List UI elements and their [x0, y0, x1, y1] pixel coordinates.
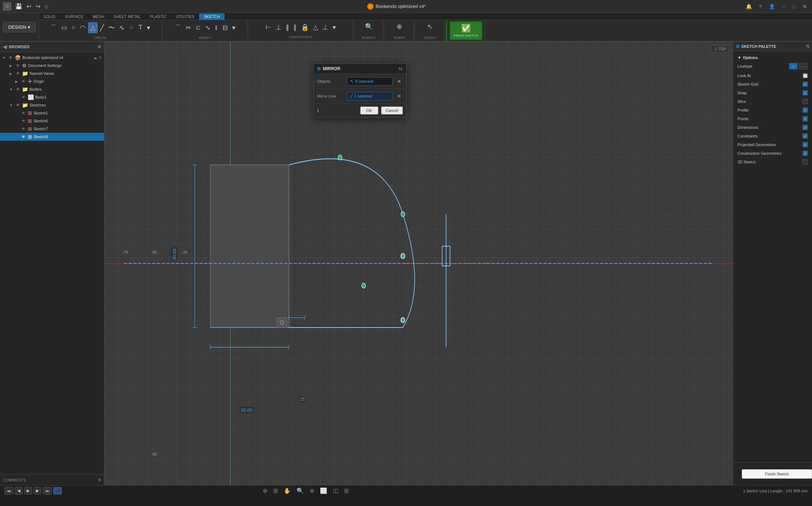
eye-sketch1[interactable]: 👁: [22, 111, 26, 115]
nav-animation-button[interactable]: ⬛: [53, 487, 62, 494]
finish-sketch-button[interactable]: ✅ FINISH SKETCH: [450, 22, 482, 40]
maximize-button[interactable]: □: [790, 3, 798, 10]
home-button[interactable]: ⌂: [43, 3, 50, 10]
inspect-button[interactable]: 🔍: [363, 22, 375, 32]
constraint-h-button[interactable]: ⊢: [264, 22, 273, 32]
modify-scale-button[interactable]: ⊟: [221, 23, 230, 33]
tree-item-named-views[interactable]: ▶ 👁 📁 Named Views: [0, 69, 104, 77]
eye-views[interactable]: 👁: [16, 71, 20, 76]
linetype-dashed-button[interactable]: - -: [799, 63, 808, 69]
snap-checkbox[interactable]: ✓: [803, 90, 808, 95]
nav-prev-button[interactable]: ◀: [15, 487, 23, 494]
redo-button[interactable]: ↪: [34, 2, 42, 10]
undo-button[interactable]: ↩: [25, 2, 33, 10]
eye-sketch7[interactable]: 👁: [22, 127, 26, 131]
help-icon[interactable]: ?: [757, 3, 764, 10]
tab-utilities[interactable]: UTILITIES: [171, 13, 199, 20]
tree-item-bodies[interactable]: ▼ 👁 📁 Bodies: [0, 85, 104, 93]
look-at-checkbox[interactable]: ⬜: [803, 73, 808, 78]
tree-item-body1[interactable]: ▶ 👁 ⬜ Body1: [0, 93, 104, 101]
nav-next-button[interactable]: ▶: [33, 487, 41, 494]
objects-field[interactable]: ↖ 9 selected: [347, 77, 393, 86]
tab-sketch[interactable]: SKETCH: [199, 13, 225, 20]
status-grid2-icon[interactable]: ⊞: [343, 487, 350, 495]
eye-doc[interactable]: 👁: [16, 63, 20, 68]
finish-sketch-panel-button[interactable]: Finish Sketch: [742, 469, 812, 479]
slice-checkbox[interactable]: [803, 99, 808, 104]
modify-fillet-button[interactable]: ⌒: [173, 22, 183, 33]
status-zoom-icon[interactable]: 🔍: [295, 487, 305, 495]
dialog-info-icon[interactable]: ℹ: [317, 108, 319, 113]
create-arc2-button[interactable]: ◠: [78, 23, 87, 33]
eye-body1[interactable]: 👁: [22, 95, 26, 99]
modify-extend-button[interactable]: ⊂: [194, 23, 203, 33]
dimensions-checkbox[interactable]: ✓: [803, 125, 808, 130]
tree-item-origin[interactable]: ▶ 👁 ✛ Origin: [0, 77, 104, 85]
cancel-button[interactable]: Cancel: [381, 107, 403, 114]
create-text-button[interactable]: T: [137, 23, 144, 32]
create-poly-button[interactable]: △: [88, 22, 98, 33]
constraint-extra-button[interactable]: ▾: [331, 22, 338, 32]
profile-checkbox[interactable]: ✓: [803, 108, 808, 113]
modify-wave-button[interactable]: ∿: [203, 23, 212, 33]
dialog-expand-icon[interactable]: ⇆: [398, 66, 403, 72]
constraint-perp-button[interactable]: ∦: [284, 22, 291, 32]
status-view-icon[interactable]: ⬜: [319, 487, 329, 495]
minimize-button[interactable]: −: [780, 3, 787, 10]
tree-item-sketches[interactable]: ▼ 👁 📁 Sketches: [0, 101, 104, 109]
app-menu-icon[interactable]: ⬡: [3, 2, 12, 11]
linetype-solid-button[interactable]: —: [789, 63, 798, 69]
3d-sketch-checkbox[interactable]: [803, 159, 808, 164]
points-checkbox[interactable]: ✓: [803, 116, 808, 121]
ok-button[interactable]: OK: [360, 107, 378, 114]
comments-expand-icon[interactable]: ⊕: [98, 478, 101, 482]
eye-sketches[interactable]: 👁: [16, 103, 20, 107]
status-target-icon[interactable]: ⊕: [261, 487, 269, 495]
tree-item-sketch8[interactable]: ▶ 👁 ⊞ Sketch8: [0, 133, 104, 141]
status-pan-icon[interactable]: ✋: [282, 487, 292, 495]
refresh-icon[interactable]: ↻: [99, 55, 102, 60]
construction-geom-checkbox[interactable]: ✓: [803, 151, 808, 156]
view-cube[interactable]: ⬡ TOP: [711, 45, 729, 53]
create-arc-button[interactable]: ⌒: [49, 22, 59, 33]
status-zoom-in-icon[interactable]: ⊕: [308, 487, 316, 495]
insert-button[interactable]: ⊕: [395, 22, 404, 32]
canvas-area[interactable]: 30.00 30.00 25 -75 -50 -25 -50 ⬡ TOP MIR…: [104, 42, 733, 485]
sidebar-collapse-icon[interactable]: ◀: [3, 44, 7, 50]
eye-sketch6[interactable]: 👁: [22, 119, 26, 123]
tab-plastic[interactable]: PLASTIC: [145, 13, 171, 20]
status-grid-icon[interactable]: ⊞: [272, 487, 279, 495]
user-avatar[interactable]: 👤: [767, 3, 777, 10]
design-button[interactable]: DESIGN ▾: [3, 22, 36, 32]
mirror-line-field[interactable]: ╱ 1 selected: [347, 92, 393, 100]
create-conic-button[interactable]: ∿: [117, 23, 126, 33]
eye-origin[interactable]: 👁: [22, 79, 26, 83]
modify-break-button[interactable]: ⫿: [213, 23, 220, 32]
constraints-checkbox[interactable]: ✓: [803, 134, 808, 139]
close-button[interactable]: ✕: [800, 3, 809, 10]
eye-root[interactable]: 👁: [9, 55, 13, 60]
create-rect-button[interactable]: ▭: [59, 23, 69, 33]
select-button[interactable]: ↖: [425, 22, 434, 32]
eye-sketch8[interactable]: 👁: [22, 135, 26, 139]
tree-item-sketch6[interactable]: ▶ 👁 ⊞ Sketch6: [0, 117, 104, 125]
nav-play-button[interactable]: ▶: [24, 487, 32, 494]
create-circle-button[interactable]: ○: [70, 23, 77, 32]
save-button[interactable]: 💾: [14, 2, 24, 10]
constraint-v-button[interactable]: ⊥: [274, 22, 283, 32]
eye-bodies[interactable]: 👁: [16, 87, 20, 91]
sidebar-settings-icon[interactable]: ⚙: [98, 45, 101, 49]
notification-icon[interactable]: 🔔: [744, 3, 754, 10]
tree-item-root[interactable]: ▼ 👁 📦 Bookends optimized v4 ☁ ↻: [0, 54, 104, 62]
constraint-tan-button[interactable]: 🔒: [299, 22, 311, 32]
projected-geom-checkbox[interactable]: ✓: [803, 142, 808, 147]
create-line-button[interactable]: ╱: [98, 23, 106, 33]
constraint-more-button[interactable]: ⊥: [321, 22, 330, 32]
tree-item-doc-settings[interactable]: ▶ 👁 ⚙ Document Settings: [0, 62, 104, 69]
tab-solid[interactable]: SOLID: [39, 13, 60, 20]
tab-mesh[interactable]: MESH: [88, 13, 109, 20]
tab-sheet-metal[interactable]: SHEET METAL: [109, 13, 145, 20]
objects-clear-button[interactable]: ✕: [396, 78, 403, 84]
constraint-para-button[interactable]: ∥: [292, 22, 298, 32]
tree-item-sketch7[interactable]: ▶ 👁 ⊞ Sketch7: [0, 125, 104, 133]
